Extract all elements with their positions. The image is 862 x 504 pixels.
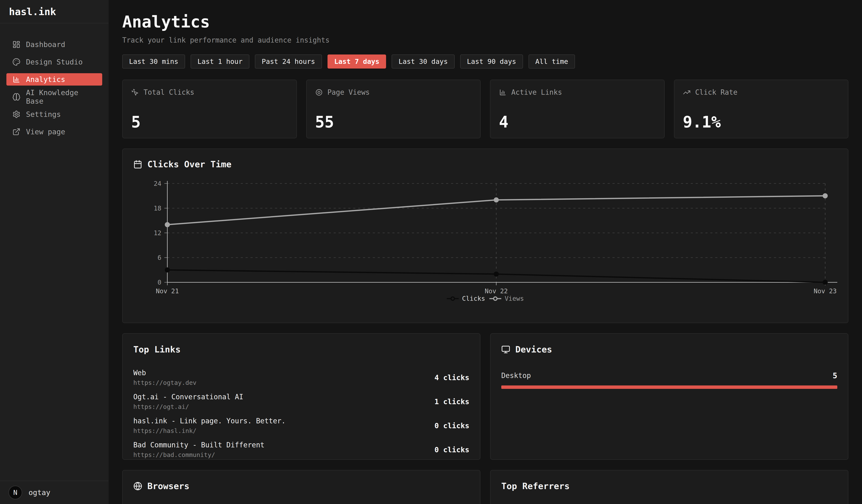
sidebar-item-dashboard[interactable]: Dashboard	[6, 38, 102, 51]
trending-up-icon	[683, 89, 691, 96]
sidebar-item-ai-knowledge-base[interactable]: AI Knowledge Base	[6, 91, 102, 103]
top-link-row: Bad Community - Built Different https://…	[133, 441, 469, 459]
chart-card-title: Clicks Over Time	[133, 159, 837, 169]
device-label: Desktop	[501, 371, 531, 380]
main-content: Analytics Track your link performance an…	[108, 0, 862, 504]
globe-icon	[133, 482, 142, 491]
devices-list: Desktop 5	[501, 371, 837, 389]
browsers-card: Browsers	[122, 470, 480, 504]
legend-item-clicks: Clicks	[447, 295, 485, 302]
stat-label: Total Clicks	[144, 88, 194, 96]
stat-value: 9.1%	[683, 114, 840, 130]
legend-item-views: Views	[489, 295, 524, 302]
svg-text:24: 24	[154, 180, 161, 187]
device-bar-track	[501, 385, 837, 389]
link-clicks-count: 0 clicks	[434, 421, 469, 430]
sidebar: hasl.ink Dashboard Design Studio Analyti…	[0, 0, 108, 504]
sidebar-nav: Dashboard Design Studio Analytics AI Kno…	[0, 23, 108, 481]
layout-dashboard-icon	[12, 40, 21, 49]
page-title: Analytics	[122, 12, 848, 31]
chart-area: 06121824Nov 21Nov 22Nov 23	[133, 175, 837, 294]
link-url: https://bad.community/	[133, 451, 264, 459]
filter-all-time[interactable]: All time	[528, 54, 575, 68]
stat-label: Active Links	[511, 88, 562, 96]
link-name: Ogt.ai - Conversational AI	[133, 393, 244, 401]
chart-legend: ClicksViews	[133, 295, 837, 302]
palette-icon	[12, 58, 21, 66]
avatar[interactable]: N	[9, 486, 22, 499]
svg-text:Nov 22: Nov 22	[485, 287, 508, 294]
clicks-over-time-card: Clicks Over Time 06121824Nov 21Nov 22Nov…	[122, 148, 848, 323]
devices-card: Devices Desktop 5	[490, 333, 848, 460]
stat-card-active-links: Active Links 4	[490, 80, 665, 138]
external-link-icon	[12, 128, 21, 136]
browsers-title: Browsers	[133, 481, 469, 491]
stat-value: 4	[499, 114, 656, 130]
legend-marker-clicks	[447, 296, 459, 301]
filter-last-30-days[interactable]: Last 30 days	[392, 54, 454, 68]
stat-card-total-clicks: Total Clicks 5	[122, 80, 297, 138]
top-links-card: Top Links Web https://ogtay.dev 4 clicks…	[122, 333, 480, 460]
monitor-icon	[501, 345, 510, 354]
filter-last-90-days[interactable]: Last 90 days	[460, 54, 523, 68]
svg-text:18: 18	[154, 204, 161, 212]
link-clicks-count: 0 clicks	[434, 446, 469, 454]
sidebar-item-settings[interactable]: Settings	[6, 108, 102, 120]
devices-title: Devices	[501, 344, 837, 355]
chart-column-icon	[499, 89, 507, 96]
svg-text:Nov 23: Nov 23	[814, 287, 837, 294]
link-clicks-count: 4 clicks	[434, 373, 469, 382]
chart-column-icon	[12, 75, 21, 83]
middle-row: Top Links Web https://ogtay.dev 4 clicks…	[122, 333, 848, 460]
stat-label: Click Rate	[695, 88, 737, 96]
filter-last-7-days[interactable]: Last 7 days	[327, 54, 386, 68]
stat-card-page-views: Page Views 55	[306, 80, 481, 138]
stat-card-click-rate: Click Rate 9.1%	[674, 80, 849, 138]
page-subtitle: Track your link performance and audience…	[122, 36, 848, 44]
sidebar-item-view-page[interactable]: View page	[6, 125, 102, 138]
svg-text:6: 6	[158, 254, 161, 261]
top-link-row: hasl.ink - Link page. Yours. Better. htt…	[133, 417, 469, 434]
gear-icon	[12, 110, 21, 118]
calendar-icon	[133, 160, 142, 169]
stat-cards: Total Clicks 5 Page Views 55 Active Link…	[122, 80, 848, 138]
clicks-over-time-line-chart: 06121824Nov 21Nov 22Nov 23	[133, 175, 837, 294]
stat-label: Page Views	[327, 88, 370, 96]
top-referrers-card: Top Referrers	[490, 470, 848, 504]
stat-value: 55	[315, 114, 472, 130]
brand-logo: hasl.ink	[0, 0, 108, 23]
top-links-list: Web https://ogtay.dev 4 clicks Ogt.ai - …	[133, 369, 469, 459]
link-name: Bad Community - Built Different	[133, 441, 264, 449]
svg-text:0: 0	[158, 279, 161, 286]
device-count: 5	[833, 371, 837, 380]
device-bar-fill	[501, 385, 837, 389]
avatar-initial: N	[13, 489, 17, 496]
link-url: https://hasl.ink/	[133, 427, 286, 434]
svg-text:12: 12	[154, 229, 161, 237]
user-name: ogtay	[28, 488, 50, 497]
pointer-click-icon	[131, 89, 139, 96]
top-links-title: Top Links	[133, 344, 469, 355]
brain-icon	[12, 93, 21, 101]
sidebar-item-analytics[interactable]: Analytics	[6, 73, 102, 85]
eye-icon	[315, 89, 323, 96]
legend-marker-views	[489, 296, 501, 301]
filter-last-30-mins[interactable]: Last 30 mins	[122, 54, 185, 68]
top-referrers-title: Top Referrers	[501, 481, 837, 491]
sidebar-item-design-studio[interactable]: Design Studio	[6, 56, 102, 68]
link-url: https://ogtay.dev	[133, 379, 197, 386]
top-link-row: Ogt.ai - Conversational AI https://ogt.a…	[133, 393, 469, 410]
user-footer[interactable]: N ogtay	[0, 481, 108, 504]
bottom-row: Browsers Top Referrers	[122, 470, 848, 504]
top-link-row: Web https://ogtay.dev 4 clicks	[133, 369, 469, 386]
link-url: https://ogt.ai/	[133, 403, 244, 410]
time-range-filters: Last 30 minsLast 1 hourPast 24 hoursLast…	[122, 54, 848, 68]
svg-text:Nov 21: Nov 21	[156, 287, 179, 294]
device-row: Desktop 5	[501, 371, 837, 389]
stat-value: 5	[131, 114, 288, 130]
link-name: Web	[133, 369, 197, 377]
link-clicks-count: 1 clicks	[434, 397, 469, 406]
filter-last-1-hour[interactable]: Last 1 hour	[191, 54, 249, 68]
link-name: hasl.ink - Link page. Yours. Better.	[133, 417, 286, 425]
filter-past-24-hours[interactable]: Past 24 hours	[255, 54, 322, 68]
